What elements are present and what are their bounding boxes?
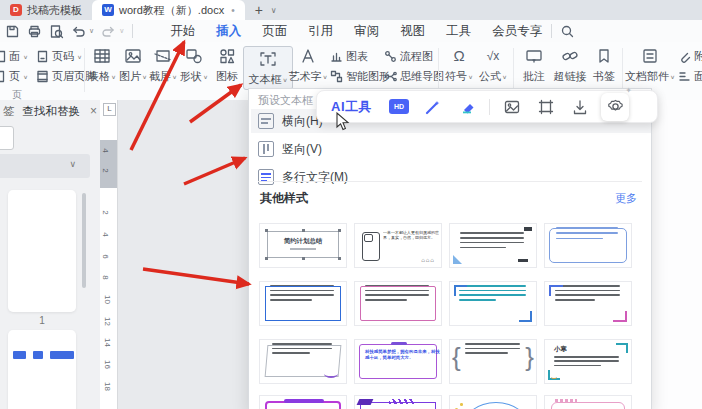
shapes-icon — [184, 46, 204, 66]
page-number-icon — [36, 50, 49, 63]
tab-stop-selector[interactable]: L — [103, 103, 116, 116]
textbox-style-thumbnail[interactable] — [544, 281, 632, 326]
find-replace-sidebar: 签 查找和替换 × ∨ 1 — [0, 100, 101, 409]
formula-button[interactable]: √x 公式∨ — [477, 46, 509, 84]
thumb-marks: ⌂⌂⌂ — [421, 257, 435, 263]
ruler-number: 8 — [101, 275, 110, 279]
table-button[interactable]: 表格∨ — [86, 46, 118, 84]
symbol-omega-icon: Ω — [449, 46, 469, 66]
menu-tab-view[interactable]: 视图 — [399, 21, 426, 42]
print-icon[interactable] — [27, 24, 42, 39]
settings-button[interactable]: ✦ — [601, 93, 629, 121]
thumb-text: 科技感简单梦想，拥有的是未来，科技感十足，简单时尚大方。 — [365, 349, 442, 361]
sidebar-tab-find-replace[interactable]: 查找和替换 — [23, 104, 81, 119]
multiline-textbox-icon — [258, 169, 274, 185]
cut-off-button[interactable]: 面 — [678, 69, 702, 84]
ruler-number: 14 — [103, 338, 112, 347]
cover-button[interactable]: 面∨ — [0, 49, 28, 64]
tab-list-chevron-icon[interactable]: ∨ — [271, 6, 277, 15]
redo-chevron-icon[interactable]: ∨ — [119, 27, 124, 35]
magic-wand-button[interactable] — [416, 98, 450, 116]
search-icon[interactable] — [560, 24, 575, 39]
menu-item-vertical-textbox[interactable]: 竖向(V) — [251, 137, 652, 161]
download-button[interactable] — [563, 98, 597, 116]
textbox-style-thumbnail[interactable]: 一草一木都让人更有归属感的世界，真实，自然，回归远方。 ⌂⌂⌂ — [354, 223, 442, 268]
doc-parts-button[interactable]: 文档部件∨ — [626, 46, 674, 84]
page-thumbnail-1[interactable] — [8, 190, 76, 312]
blank-page-button[interactable]: 页∨ — [0, 69, 28, 84]
icons-button[interactable]: 图标 — [212, 46, 242, 84]
modified-indicator: • — [231, 5, 235, 16]
smartart-icon — [330, 70, 343, 83]
textbox-button[interactable]: 文本框∨ — [243, 46, 293, 90]
sidebar-scrollbar[interactable] — [82, 193, 86, 288]
menu-tab-insert[interactable]: 插入 — [215, 21, 242, 42]
shapes-button[interactable]: 形状∨ — [178, 46, 210, 84]
menu-tab-tools[interactable]: 工具 — [445, 21, 472, 42]
sidebar-close-icon[interactable]: × — [90, 104, 97, 118]
textbox-style-thumbnail[interactable] — [259, 395, 347, 409]
hyperlink-button[interactable]: 超链接 — [552, 46, 588, 84]
textbox-style-thumbnail[interactable]: 小寒 — [544, 339, 632, 384]
page-thumbnail-2[interactable] — [8, 330, 76, 409]
page-number-button[interactable]: 页码∨ — [36, 49, 82, 64]
tab-current-document[interactable]: W word教程（新）.docx • — [92, 0, 245, 20]
eraser-button[interactable] — [450, 98, 484, 116]
textbox-style-thumbnail[interactable] — [354, 395, 442, 409]
crop-frame-button[interactable] — [529, 98, 563, 116]
textbox-style-thumbnail[interactable] — [449, 223, 537, 268]
textbox-style-thumbnail[interactable] — [449, 281, 537, 326]
image-edit-button[interactable] — [495, 98, 529, 116]
menu-tab-member[interactable]: 会员专享 — [491, 21, 543, 42]
redo-icon[interactable] — [101, 24, 116, 39]
find-options-dropdown[interactable]: ∨ — [0, 154, 90, 178]
textbox-style-thumbnail[interactable]: {} — [449, 339, 537, 384]
menu-tab-page[interactable]: 页面 — [261, 21, 288, 42]
thumbnail-buttons — [8, 348, 76, 366]
smartart-button[interactable]: 智能图形 — [330, 69, 390, 84]
attachment-button[interactable]: 附件 — [678, 49, 702, 64]
comment-button[interactable]: 批注 — [518, 46, 550, 84]
more-link[interactable]: 更多 — [615, 191, 637, 206]
ruler-number: 4 — [101, 148, 110, 152]
document-page-edge — [650, 100, 702, 409]
menu-tab-reference[interactable]: 引用 — [307, 21, 334, 42]
menu-tab-review[interactable]: 审阅 — [353, 21, 380, 42]
chart-icon — [330, 50, 343, 63]
textbox-style-thumbnail[interactable] — [259, 281, 347, 326]
screenshot-button[interactable]: 截屏∨ — [148, 46, 178, 84]
hd-enhance-button[interactable]: HD — [382, 99, 416, 114]
docer-tab-label: 找稿壳模板 — [27, 3, 82, 18]
symbol-button[interactable]: Ω 符号∨ — [443, 46, 475, 84]
sidebar-tab-bookmark-partial[interactable]: 签 — [3, 104, 15, 119]
undo-chevron-icon[interactable]: ∨ — [89, 27, 94, 35]
wordart-button[interactable]: 艺术字∨ — [290, 46, 326, 84]
doc-tab-label: word教程（新）.docx — [119, 3, 224, 18]
textbox-style-thumbnail[interactable]: 科技感简单梦想，拥有的是未来，科技感十足，简单时尚大方。 — [354, 339, 442, 384]
find-input[interactable] — [0, 126, 14, 150]
thumb-text: 一草一木都让人更有归属感的世界，真实，自然，回归远方。 — [383, 230, 439, 241]
new-tab-button[interactable]: + — [255, 2, 263, 18]
bookmark-button[interactable]: 书签 — [590, 46, 618, 84]
mindmap-button[interactable]: 思维导图 — [384, 69, 444, 84]
save-icon[interactable] — [5, 24, 20, 39]
textbox-style-thumbnail[interactable] — [259, 339, 347, 384]
flowchart-button[interactable]: 流程图 — [384, 49, 433, 64]
tab-docer-template[interactable]: D 找稿壳模板 — [0, 0, 92, 20]
chart-button[interactable]: 图表 — [330, 49, 368, 64]
print-preview-icon[interactable] — [49, 24, 64, 39]
textbox-style-thumbnail[interactable] — [354, 281, 442, 326]
menu-tab-home[interactable]: 开始 — [169, 21, 196, 42]
undo-icon[interactable] — [71, 24, 86, 39]
textbox-style-thumbnail[interactable] — [449, 395, 537, 409]
textbox-style-thumbnail[interactable] — [544, 395, 632, 409]
picture-button[interactable]: 图片∨ — [118, 46, 148, 84]
cover-label: 面 — [9, 49, 20, 64]
textbox-style-thumbnail[interactable]: 简约计划总结 — [259, 223, 347, 268]
menu-item-multiline-textbox[interactable]: 多行文字(M) — [251, 165, 652, 189]
wordart-icon — [298, 46, 318, 66]
ai-tools-button[interactable]: AI工具 — [331, 98, 372, 116]
thumb-title: 简约计划总结 — [269, 236, 338, 245]
textbox-style-thumbnail[interactable] — [544, 223, 632, 268]
ruler-number: 6 — [101, 254, 110, 258]
